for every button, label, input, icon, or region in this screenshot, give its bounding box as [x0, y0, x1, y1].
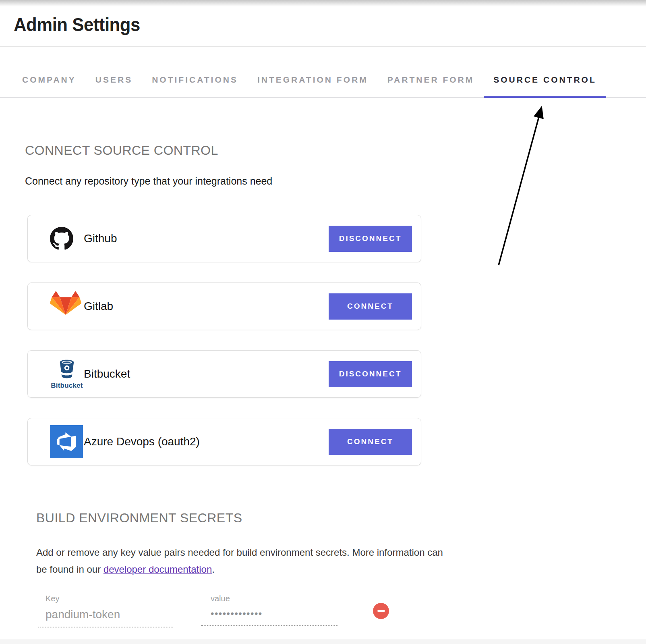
bitbucket-disconnect-button[interactable]: DISCONNECT	[329, 361, 412, 387]
tab-source-control[interactable]: SOURCE CONTROL	[484, 75, 606, 97]
secrets-description-text: Add or remove any key value pairs needed…	[36, 547, 443, 575]
azure-devops-connect-button[interactable]: CONNECT	[329, 429, 412, 455]
page-title: Admin Settings	[14, 14, 615, 35]
tab-company[interactable]: COMPANY	[12, 75, 86, 97]
developer-documentation-link[interactable]: developer documentation	[104, 564, 212, 575]
secret-key-value-row: Key value	[36, 594, 646, 642]
provider-card-list: Github DISCONNECT Gitlab CONNECT	[27, 215, 421, 465]
provider-name: Github	[84, 232, 117, 245]
admin-tab-bar: COMPANY USERS NOTIFICATIONS INTEGRATION …	[0, 47, 646, 98]
remove-secret-button[interactable]	[373, 603, 389, 619]
key-input[interactable]	[38, 608, 173, 621]
bitbucket-icon: Bitbucket	[50, 359, 84, 390]
secrets-description-period: .	[212, 564, 215, 575]
connect-section-heading: CONNECT SOURCE CONTROL	[25, 143, 646, 158]
value-input[interactable]	[201, 608, 338, 619]
provider-name: Gitlab	[84, 300, 113, 313]
connect-section-description: Connect any repository type that your in…	[25, 175, 646, 187]
connect-source-control-section: CONNECT SOURCE CONTROL Connect any repos…	[0, 143, 646, 465]
github-icon	[50, 227, 84, 250]
key-field-label: Key	[38, 594, 173, 603]
build-environment-secrets-section: BUILD ENVIRONMENT SECRETS Add or remove …	[0, 511, 646, 642]
secret-key-field: Key	[38, 594, 173, 627]
provider-card-bitbucket: Bitbucket Bitbucket DISCONNECT	[27, 350, 421, 398]
secrets-section-heading: BUILD ENVIRONMENT SECRETS	[36, 511, 646, 526]
tab-users[interactable]: USERS	[86, 75, 142, 97]
value-field-label: value	[201, 594, 338, 603]
provider-card-gitlab: Gitlab CONNECT	[27, 283, 421, 330]
provider-card-github: Github DISCONNECT	[27, 215, 421, 262]
azure-devops-icon	[50, 425, 84, 458]
bitbucket-wordmark: Bitbucket	[51, 382, 83, 390]
tab-partner-form[interactable]: PARTNER FORM	[378, 75, 484, 97]
github-disconnect-button[interactable]: DISCONNECT	[329, 226, 412, 252]
tab-integration-form[interactable]: INTEGRATION FORM	[248, 75, 378, 97]
provider-name: Bitbucket	[84, 368, 130, 380]
secret-value-field: value	[201, 594, 338, 626]
minus-icon	[377, 610, 385, 612]
tab-notifications[interactable]: NOTIFICATIONS	[142, 75, 248, 97]
provider-name: Azure Devops (oauth2)	[84, 435, 200, 448]
secrets-section-description: Add or remove any key value pairs needed…	[36, 544, 453, 578]
provider-card-azure-devops: Azure Devops (oauth2) CONNECT	[27, 418, 421, 465]
bottom-edge-strip	[0, 639, 646, 644]
gitlab-connect-button[interactable]: CONNECT	[329, 293, 412, 320]
page-header: Admin Settings	[0, 0, 646, 47]
gitlab-icon	[50, 291, 84, 322]
